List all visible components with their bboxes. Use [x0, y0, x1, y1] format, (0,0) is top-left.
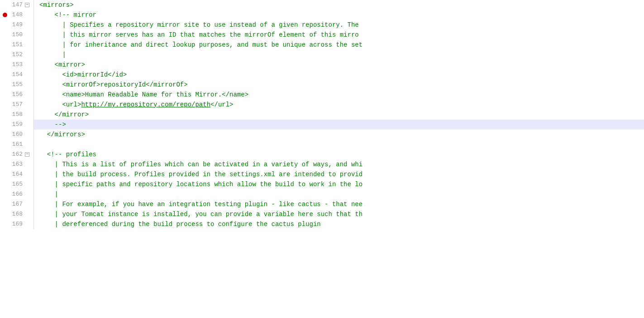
code-content: | dereferenced during the build process …	[34, 219, 644, 229]
line-number: 161	[8, 140, 23, 149]
line-number: 167	[8, 199, 23, 209]
line-gutter: 157	[0, 100, 34, 110]
line-number: 166	[8, 189, 23, 199]
code-line: 165 | specific paths and repository loca…	[0, 179, 644, 189]
line-gutter: 164	[0, 169, 34, 179]
code-content: | For example, if you have an integratio…	[34, 199, 644, 209]
code-line: 164 | the build process. Profiles provid…	[0, 169, 644, 179]
fold-icon	[24, 62, 30, 67]
fold-box[interactable]: −	[25, 152, 29, 157]
line-gutter: 162−	[0, 149, 34, 159]
code-content: | for inheritance and direct lookup purp…	[34, 40, 644, 50]
code-content: <mirror>	[34, 60, 644, 70]
line-gutter: 168	[0, 209, 34, 219]
fold-icon	[24, 42, 30, 48]
fold-icon	[24, 142, 30, 147]
fold-icon	[24, 72, 30, 77]
fold-icon	[24, 32, 30, 38]
code-content: |	[34, 50, 644, 60]
code-content: </mirror>	[34, 110, 644, 120]
line-number: 156	[8, 90, 23, 100]
fold-icon	[24, 172, 30, 177]
code-line: 151 | for inheritance and direct lookup …	[0, 40, 644, 50]
fold-icon	[24, 82, 30, 87]
code-content: <!-- profiles	[34, 149, 644, 159]
line-number: 160	[8, 130, 23, 140]
code-line: 157 <url>http://my.repository.com/repo/p…	[0, 100, 644, 110]
code-content: </mirrors>	[34, 130, 644, 140]
line-number: 149	[8, 20, 23, 30]
code-line: 167 | For example, if you have an integr…	[0, 199, 644, 209]
line-gutter: 149	[0, 20, 34, 30]
code-line: 147−<mirrors>	[0, 0, 644, 10]
code-content: <name>Human Readable Name for this Mirro…	[34, 90, 644, 100]
code-editor: 147−<mirrors>148 <!-- mirror149 | Specif…	[0, 0, 644, 318]
line-number: 150	[8, 30, 23, 40]
line-number: 152	[8, 50, 23, 60]
line-number: 154	[8, 70, 23, 80]
code-line: 169 | dereferenced during the build proc…	[0, 219, 644, 229]
code-line: 150 | this mirror serves has an ID that …	[0, 30, 644, 40]
code-line: 160 </mirrors>	[0, 130, 644, 140]
line-gutter: 160	[0, 130, 34, 140]
code-line: 154 <id>mirrorId</id>	[0, 70, 644, 80]
code-line: 163 | This is a list of profiles which c…	[0, 159, 644, 169]
code-content: |	[34, 189, 644, 199]
code-content: | this mirror serves has an ID that matc…	[34, 30, 644, 40]
breakpoint-dot[interactable]	[3, 13, 7, 17]
line-number: 164	[8, 169, 23, 179]
line-number: 163	[8, 159, 23, 169]
line-number: 158	[8, 110, 23, 120]
line-gutter: 156	[0, 90, 34, 100]
code-lines: 147−<mirrors>148 <!-- mirror149 | Specif…	[0, 0, 644, 229]
code-content: | your Tomcat instance is installed, you…	[34, 209, 644, 219]
line-number: 159	[8, 120, 23, 130]
fold-icon	[24, 212, 30, 217]
fold-icon	[24, 102, 30, 107]
fold-icon	[24, 22, 30, 28]
fold-icon	[24, 162, 30, 167]
code-line: 161	[0, 140, 644, 149]
code-line: 158 </mirror>	[0, 110, 644, 120]
line-number: 155	[8, 80, 23, 90]
line-number: 157	[8, 100, 23, 110]
breakpoint-area	[2, 13, 8, 17]
code-line: 168 | your Tomcat instance is installed,…	[0, 209, 644, 219]
line-gutter: 159	[0, 120, 34, 130]
fold-icon[interactable]: −	[24, 2, 30, 8]
fold-icon	[24, 52, 30, 58]
line-number: 169	[8, 219, 23, 229]
fold-icon[interactable]: −	[24, 152, 30, 157]
code-content: <!-- mirror	[34, 10, 644, 20]
code-content: | specific paths and repository location…	[34, 179, 644, 189]
line-number: 165	[8, 179, 23, 189]
line-number: 153	[8, 60, 23, 70]
code-content: <url>http://my.repository.com/repo/path<…	[34, 100, 644, 110]
code-line: 159 -->	[0, 120, 644, 130]
fold-icon	[24, 112, 30, 117]
fold-icon	[24, 222, 30, 227]
code-line: 148 <!-- mirror	[0, 10, 644, 20]
line-gutter: 165	[0, 179, 34, 189]
line-number: 168	[8, 209, 23, 219]
fold-icon	[24, 182, 30, 187]
fold-box[interactable]: −	[25, 3, 29, 7]
fold-icon	[24, 92, 30, 97]
line-gutter: 161	[0, 140, 34, 149]
line-gutter: 163	[0, 159, 34, 169]
code-content: -->	[34, 120, 644, 130]
code-line: 156 <name>Human Readable Name for this M…	[0, 90, 644, 100]
code-content: | This is a list of profiles which can b…	[34, 159, 644, 169]
fold-icon	[24, 202, 30, 207]
line-gutter: 152	[0, 50, 34, 60]
fold-icon	[24, 122, 30, 127]
code-content	[34, 140, 644, 149]
code-line: 155 <mirrorOf>repositoryId</mirrorOf>	[0, 80, 644, 90]
code-line: 166 |	[0, 189, 644, 199]
fold-icon	[24, 192, 30, 197]
line-number: 147	[8, 0, 23, 10]
line-number: 162	[8, 149, 23, 159]
line-gutter: 150	[0, 30, 34, 40]
line-gutter: 154	[0, 70, 34, 80]
line-gutter: 167	[0, 199, 34, 209]
